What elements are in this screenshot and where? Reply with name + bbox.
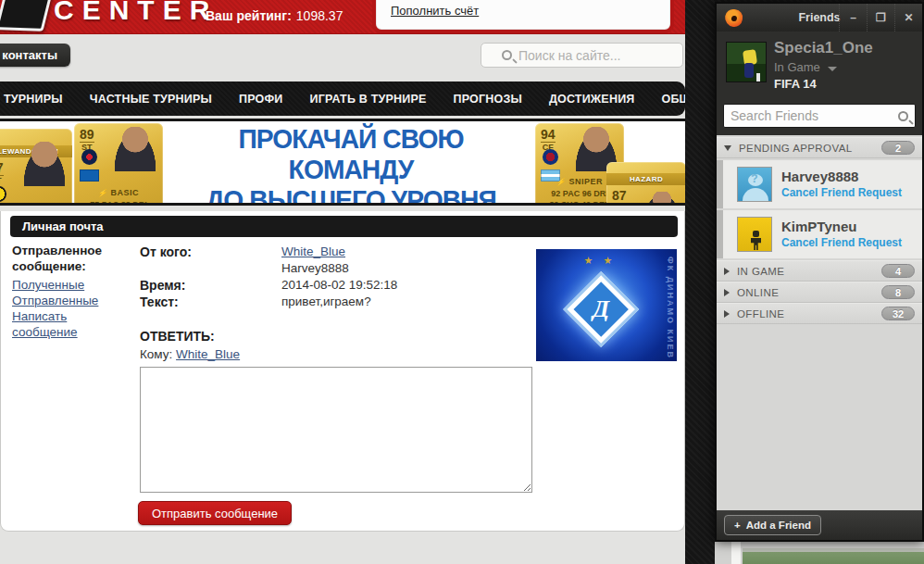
window-controls: – ❐ ✕ xyxy=(839,4,922,31)
behind-window-strip xyxy=(731,542,741,564)
reply-to: Кому: White_Blue xyxy=(140,347,240,361)
friend-name: KimPTyneu xyxy=(781,219,902,235)
caret-down-icon xyxy=(724,145,731,151)
friends-search-wrap xyxy=(717,100,922,135)
main-nav: ТУРНИРЫ ЧАСТНЫЕ ТУРНИРЫ ПРОФИ ИГРАТЬ В Т… xyxy=(0,81,685,116)
nav-item-tournaments[interactable]: ТУРНИРЫ xyxy=(4,93,63,106)
minimize-button[interactable]: – xyxy=(839,4,867,31)
time-value: 2014-08-02 19:52:18 xyxy=(281,278,397,292)
card-rating: 89 ST xyxy=(80,127,94,152)
count-badge: 8 xyxy=(881,285,915,299)
user-rating: Ваш рейтинг:1098.37 xyxy=(206,8,343,23)
nav-item-achievements[interactable]: ДОСТИЖЕНИЯ xyxy=(549,93,635,106)
rating-value: 1098.37 xyxy=(296,8,343,23)
club-logo-icon xyxy=(543,149,558,165)
text-label: Текст: xyxy=(140,295,179,309)
section-in-game[interactable]: IN GAME 4 xyxy=(717,260,922,282)
origin-friends-window: Friends – ❐ ✕ Specia1_One In Game FIFA 1… xyxy=(715,2,924,542)
status-dropdown[interactable]: In Game xyxy=(774,60,837,74)
to-user-link[interactable]: White_Blue xyxy=(176,347,240,361)
caret-right-icon xyxy=(724,289,730,296)
site-page: CENTER Ваш рейтинг:1098.37 Пополнить счё… xyxy=(0,0,685,564)
fifa-card-ibrahimovic: 89 ST ⚡ BASIC 75 PAC 88 DRI 89 SHO 50 DE… xyxy=(74,123,163,206)
mail-sidebar: Отправленное сообщение: Полученные Отпра… xyxy=(12,243,132,340)
reply-textarea[interactable] xyxy=(140,367,532,493)
friend-row-kimptyneu[interactable]: KimPTyneu Cancel Friend Request xyxy=(717,210,922,258)
search-icon xyxy=(502,50,512,60)
cancel-friend-request-link[interactable]: Cancel Friend Request xyxy=(781,235,902,250)
flag-sweden-icon xyxy=(80,169,99,182)
username: Specia1_One xyxy=(774,39,873,57)
friend-row-harvey8888[interactable]: ? Harvey8888 Cancel Friend Request xyxy=(717,160,922,208)
count-badge: 2 xyxy=(881,141,915,155)
player-photo xyxy=(111,127,159,171)
balance-box: Пополнить счёт xyxy=(372,0,674,33)
player-photo xyxy=(20,142,69,186)
card-rating: 94 CF xyxy=(541,127,556,152)
club-logo-icon xyxy=(0,186,6,202)
friends-search-input[interactable] xyxy=(730,108,898,123)
club-logo-icon xyxy=(81,149,97,165)
from-label: От кого: xyxy=(140,244,192,259)
plus-icon: + xyxy=(734,520,741,531)
fifa-card-lewandowski: LEWANDOWSKI 87 ST ⚡ BASIC xyxy=(0,129,72,206)
maximize-button[interactable]: ❐ xyxy=(867,4,894,31)
nav-item-predictions[interactable]: ПРОГНОЗЫ xyxy=(454,93,522,106)
count-badge: 32 xyxy=(881,307,915,320)
section-offline[interactable]: OFFLINE 32 xyxy=(717,303,922,324)
user-avatar[interactable] xyxy=(726,42,767,82)
mail-link-received[interactable]: Полученные xyxy=(12,277,132,293)
chevron-down-icon xyxy=(828,67,837,71)
friends-titlebar[interactable]: Friends – ❐ ✕ xyxy=(717,4,922,31)
friends-profile: Specia1_One In Game FIFA 14 xyxy=(717,31,922,100)
site-logo-text: CENTER xyxy=(54,0,218,26)
friend-avatar: ? xyxy=(737,167,772,202)
nav-item-pro[interactable]: ПРОФИ xyxy=(239,93,283,106)
reply-label: ОТВЕТИТЬ: xyxy=(140,329,215,344)
dynamo-stars: ★ ★ xyxy=(536,255,664,267)
mail-link-compose[interactable]: Написать сообщение xyxy=(12,308,132,340)
mail-sidebar-title: Отправленное сообщение: xyxy=(12,243,132,274)
banner-title: ПРОКАЧАЙ СВОЮ КОМАНДУ ДО ВЫСШЕГО УРОВНЯ xyxy=(181,123,521,206)
promo-banner[interactable]: LEWANDOWSKI 87 ST ⚡ BASIC 89 ST ⚡ BASIC … xyxy=(0,119,685,206)
card-stats: ⚡ BASIC 75 PAC 88 DRI 89 SHO 50 DEF xyxy=(74,187,163,206)
current-game: FIFA 14 xyxy=(774,77,817,91)
caret-right-icon xyxy=(724,268,730,275)
mail-section-title: Личная почта xyxy=(10,216,678,237)
nav-item-play[interactable]: ИГРАТЬ В ТУРНИРЕ xyxy=(310,93,427,106)
mail-section: Личная почта Отправленное сообщение: Пол… xyxy=(0,211,685,532)
from-user-link[interactable]: White_Blue xyxy=(281,244,345,258)
section-online[interactable]: ONLINE 8 xyxy=(717,282,922,303)
site-logo[interactable]: CENTER xyxy=(0,0,218,33)
close-button[interactable]: ✕ xyxy=(894,4,922,31)
from-user-link-wrap: White_Blue xyxy=(281,244,345,258)
card-rating: 87 LW xyxy=(612,188,627,206)
site-search[interactable] xyxy=(481,43,683,68)
dynamo-kyiv-image: ★ ★ Д ФК ДИНАМО КИЕВ xyxy=(536,249,677,361)
player-photo xyxy=(642,192,682,206)
send-message-button[interactable]: Отправить сообщение xyxy=(138,501,292,525)
fifa-card-hazard: HAZARD 87 LW xyxy=(606,162,685,206)
contacts-button[interactable]: контакты xyxy=(0,44,70,67)
site-search-input[interactable] xyxy=(518,48,686,63)
mail-link-sent[interactable]: Отправленные xyxy=(12,293,132,308)
rating-label: Ваш рейтинг: xyxy=(206,8,292,23)
section-pending-approval[interactable]: PENDING APPROVAL 2 xyxy=(717,137,922,158)
card-player-name: HAZARD xyxy=(606,173,685,185)
row-strip xyxy=(717,210,723,258)
topup-link[interactable]: Пополнить счёт xyxy=(391,4,479,18)
search-icon xyxy=(898,111,908,121)
dynamo-crest-icon: Д xyxy=(563,271,639,347)
friend-avatar xyxy=(737,217,772,252)
card-rating: 87 ST xyxy=(0,160,4,185)
nav-item-private-tournaments[interactable]: ЧАСТНЫЕ ТУРНИРЫ xyxy=(90,93,212,106)
cancel-friend-request-link[interactable]: Cancel Friend Request xyxy=(781,185,902,200)
friends-footer: + Add a Friend xyxy=(717,510,922,540)
to-label: Кому: xyxy=(140,347,172,361)
friends-search[interactable] xyxy=(723,104,916,128)
time-label: Время: xyxy=(140,278,185,293)
message-text: привет,играем? xyxy=(281,295,371,308)
add-friend-button[interactable]: + Add a Friend xyxy=(724,515,821,535)
caret-right-icon xyxy=(724,310,730,318)
behind-window-image xyxy=(743,548,924,564)
